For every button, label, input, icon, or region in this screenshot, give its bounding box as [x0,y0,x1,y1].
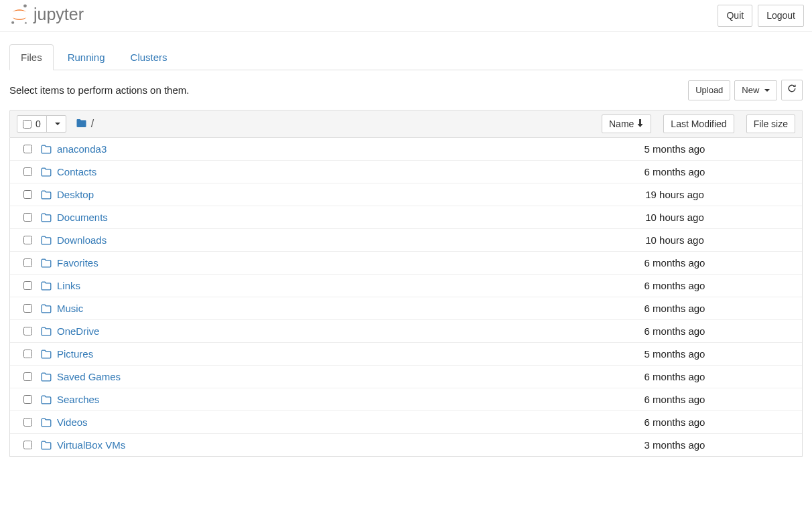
item-link[interactable]: Searches [57,394,99,405]
table-row: Favorites6 months ago [10,252,802,275]
file-list-header: 0 / Name Last Modified File size [9,110,803,138]
row-checkbox[interactable] [23,190,32,199]
row-checkbox[interactable] [23,441,32,449]
row-checkbox[interactable] [23,395,32,404]
row-checkbox[interactable] [23,350,32,358]
item-modified: 3 months ago [608,439,742,451]
tab-files[interactable]: Files [9,44,54,70]
folder-icon [38,418,54,427]
breadcrumb-separator: / [91,118,94,130]
action-hint: Select items to perform actions on them. [9,84,189,96]
upload-button[interactable]: Upload [688,80,730,100]
caret-down-icon [764,89,770,92]
item-link[interactable]: Saved Games [57,371,121,382]
item-modified: 6 months ago [608,371,742,382]
folder-icon [38,350,54,359]
row-checkbox[interactable] [23,145,32,153]
refresh-button[interactable] [781,80,803,100]
item-link[interactable]: OneDrive [57,325,99,337]
sort-by-name-button[interactable]: Name [602,115,651,133]
folder-icon [38,213,54,222]
row-checkbox[interactable] [23,236,32,244]
item-modified: 6 months ago [608,303,742,314]
item-link[interactable]: Contacts [57,166,96,177]
new-button-label: New [742,85,759,95]
logout-button[interactable]: Logout [758,5,804,27]
page-header: jupyter Quit Logout [0,0,812,32]
column-size-label: File size [754,119,788,129]
refresh-icon [787,84,797,96]
row-checkbox[interactable] [23,167,32,176]
table-row: anaconda35 months ago [10,138,802,161]
item-link[interactable]: VirtualBox VMs [57,439,125,451]
arrow-down-icon [636,119,644,129]
caret-down-icon [55,123,60,125]
main-tabs: Files Running Clusters [9,44,803,70]
tab-running[interactable]: Running [56,44,117,70]
item-link[interactable]: Desktop [57,189,94,200]
item-modified: 6 months ago [608,394,742,405]
column-modified-label: Last Modified [671,119,726,129]
item-modified: 19 hours ago [608,189,742,200]
table-row: Downloads10 hours ago [10,229,802,252]
folder-icon [38,304,54,313]
folder-icon [38,372,54,382]
tab-clusters[interactable]: Clusters [119,44,179,70]
sort-by-modified-button[interactable]: Last Modified [663,115,734,133]
table-row: Saved Games6 months ago [10,366,802,388]
item-link[interactable]: Pictures [57,348,93,360]
file-list-body: anaconda35 months ago Contacts6 months a… [9,138,803,457]
item-link[interactable]: Videos [57,416,88,428]
logo-text: jupyter [33,6,84,25]
item-modified: 10 hours ago [608,234,742,246]
item-link[interactable]: Music [57,303,83,314]
item-link[interactable]: Favorites [57,257,98,269]
item-modified: 6 months ago [608,280,742,291]
column-name-label: Name [609,119,634,129]
row-checkbox[interactable] [23,418,32,427]
quit-button[interactable]: Quit [718,5,752,27]
jupyter-logo-icon [9,4,29,27]
table-row: OneDrive6 months ago [10,320,802,343]
row-checkbox[interactable] [23,258,32,267]
folder-icon [38,327,54,336]
item-link[interactable]: anaconda3 [57,143,107,155]
svg-point-0 [23,4,27,7]
select-menu-toggle[interactable] [46,116,66,132]
select-all-control[interactable]: 0 [17,115,66,133]
breadcrumb[interactable]: / [76,118,94,130]
row-checkbox[interactable] [23,304,32,313]
item-modified: 5 months ago [608,348,742,360]
folder-icon [38,167,54,177]
folder-icon [38,236,54,245]
folder-icon [38,395,54,404]
row-checkbox[interactable] [23,372,32,381]
item-modified: 5 months ago [608,143,742,155]
item-link[interactable]: Downloads [57,234,107,246]
row-checkbox[interactable] [23,213,32,222]
new-dropdown-button[interactable]: New [734,80,777,100]
folder-icon [76,119,87,130]
table-row: Music6 months ago [10,297,802,320]
folder-icon [38,190,54,200]
row-checkbox[interactable] [23,281,32,290]
table-row: Documents10 hours ago [10,206,802,229]
row-checkbox[interactable] [23,327,32,335]
item-modified: 6 months ago [608,166,742,177]
item-link[interactable]: Links [57,280,80,291]
selected-count: 0 [36,119,41,129]
table-row: Contacts6 months ago [10,161,802,183]
folder-icon [38,281,54,291]
table-row: VirtualBox VMs3 months ago [10,434,802,456]
sort-by-size-button[interactable]: File size [746,115,795,133]
svg-point-2 [25,22,27,24]
item-link[interactable]: Documents [57,212,108,223]
item-modified: 6 months ago [608,257,742,269]
table-row: Searches6 months ago [10,388,802,411]
select-all-checkbox[interactable] [23,120,31,129]
item-modified: 6 months ago [608,416,742,428]
folder-icon [38,145,54,154]
logo[interactable]: jupyter [8,4,84,27]
svg-point-1 [11,21,14,24]
table-row: Pictures5 months ago [10,343,802,366]
